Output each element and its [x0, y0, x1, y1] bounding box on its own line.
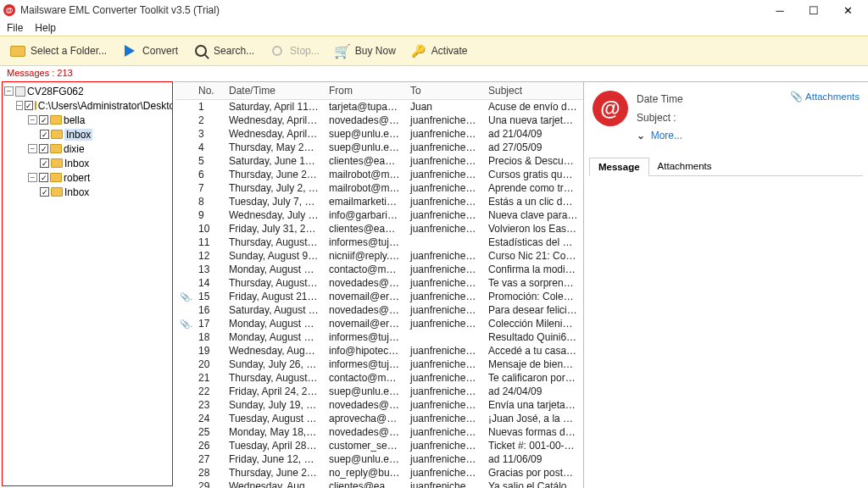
cell-attachment [175, 344, 193, 358]
cell-subject: Ticket #: 001-00-0080 [483, 439, 583, 452]
collapse-icon[interactable]: − [28, 115, 37, 125]
cell-from: clientes@easy.c... [324, 222, 405, 236]
table-row[interactable]: 3Wednesday, April 22, ...suep@unlu.edu.a… [175, 127, 583, 141]
cell-datetime: Saturday, June 13, 20... [224, 154, 324, 168]
table-row[interactable]: 22Friday, April 24, 2009...suep@unlu.edu… [175, 385, 583, 398]
cell-to [405, 236, 483, 249]
table-row[interactable]: 11Thursday, August 6, 2...informes@tujug… [175, 236, 583, 249]
tab-attachments[interactable]: Attachments [649, 158, 721, 175]
checkbox[interactable] [39, 173, 48, 182]
table-row[interactable]: 5Saturday, June 13, 20...clientes@easy.c… [175, 154, 583, 168]
buy-label: Buy Now [355, 45, 396, 57]
cell-from: no_reply@bume... [324, 466, 405, 480]
table-row[interactable]: 2Wednesday, April 15, ...novedades@car..… [175, 114, 583, 127]
window-title: Mailsware EML Converter Toolkit v3.5 (Tr… [20, 4, 763, 16]
table-row[interactable]: 27Friday, June 12, 2009...suep@unlu.edu.… [175, 452, 583, 466]
col-datetime[interactable]: Date/Time [224, 82, 324, 100]
preview-meta: Date Time Subject : ⌄ More... [637, 91, 782, 146]
tree-path[interactable]: − C:\Users\Administrator\Desktop\ [4, 98, 170, 113]
cell-attachment: 📎 [175, 317, 193, 330]
table-row[interactable]: 21Thursday, August 27, ...contacto@merca… [175, 371, 583, 385]
table-row[interactable]: 1Saturday, April 11, 20...tarjeta@tupara… [175, 100, 583, 114]
checkbox[interactable] [25, 101, 33, 110]
checkbox[interactable] [39, 144, 48, 153]
tree-folder-robert[interactable]: − robert [4, 170, 170, 185]
table-row[interactable]: 7Thursday, July 2, 200...mailrobot@mail.… [175, 181, 583, 195]
table-row[interactable]: 26Tuesday, April 28, 20...customer_servi… [175, 439, 583, 452]
tree-folder-dixie[interactable]: − dixie [4, 141, 170, 156]
activate-button[interactable]: 🔑 Activate [408, 42, 471, 60]
cell-to: juanfreniche@g... [405, 141, 483, 154]
cell-no: 16 [193, 303, 224, 317]
cell-to: juanfreniche@g... [405, 127, 483, 141]
search-button[interactable]: Search... [190, 42, 258, 60]
close-button[interactable]: ✕ [831, 1, 865, 19]
table-row[interactable]: 24Tuesday, August 25, ...aprovecha@mer..… [175, 412, 583, 425]
col-no[interactable]: No. [193, 82, 224, 100]
tree-root[interactable]: − CV28FG062 [4, 84, 170, 98]
cell-to: juanfreniche@g... [405, 114, 483, 127]
table-row[interactable]: 18Monday, August 31, 2...informes@tujug.… [175, 330, 583, 344]
convert-button[interactable]: Convert [119, 42, 181, 60]
table-row[interactable]: 19Wednesday, August 2...info@hipotecario… [175, 344, 583, 358]
table-row[interactable]: 10Friday, July 31, 2009 ...clientes@easy… [175, 222, 583, 236]
table-row[interactable]: 📎17Monday, August 24, 2...novemail@errep… [175, 317, 583, 330]
cell-datetime: Friday, August 21, 20... [224, 290, 324, 303]
table-row[interactable]: 20Sunday, July 26, 2009...informes@tujug… [175, 358, 583, 371]
cell-datetime: Monday, August 10, 2... [224, 263, 324, 276]
table-row[interactable]: 6Thursday, June 25, 2...mailrobot@mail..… [175, 168, 583, 181]
activate-label: Activate [431, 45, 468, 57]
table-row[interactable]: 8Tuesday, July 7, 2009...emailmarketing.… [175, 195, 583, 208]
more-link[interactable]: More... [651, 130, 682, 141]
table-row[interactable]: 16Saturday, August 22, ...novedades@car.… [175, 303, 583, 317]
collapse-icon[interactable]: − [4, 86, 14, 96]
checkbox[interactable] [40, 187, 49, 197]
maximize-button[interactable]: ☐ [797, 1, 831, 19]
cell-from: informes@tujug... [324, 358, 405, 371]
table-row[interactable]: 23Sunday, July 19, 2009...novedades@car.… [175, 398, 583, 412]
table-row[interactable]: 29Wednesday, August 5...clientes@easy.c.… [175, 480, 583, 488]
tree-inbox-bella[interactable]: Inbox [4, 127, 170, 141]
cell-datetime: Monday, August 31, 2... [224, 330, 324, 344]
cell-from: aprovecha@mer... [324, 412, 405, 425]
table-row[interactable]: 4Thursday, May 28, 20...suep@unlu.edu.ar… [175, 141, 583, 154]
minimize-button[interactable]: ─ [763, 1, 797, 19]
checkbox[interactable] [40, 130, 49, 139]
chevron-down-icon[interactable]: ⌄ [637, 130, 645, 141]
cell-subject: Estás a un clic de ser [483, 195, 583, 208]
search-label: Search... [214, 45, 254, 57]
cell-datetime: Thursday, June 25, 2... [224, 466, 324, 480]
attachments-link[interactable]: 📎 Attachments [790, 91, 860, 103]
collapse-icon[interactable]: − [16, 101, 23, 110]
cell-subject: Te vas a sorprender! [483, 276, 583, 290]
col-from[interactable]: From [324, 82, 405, 100]
table-row[interactable]: 9Wednesday, July 22, ...info@garbarino..… [175, 208, 583, 222]
menu-file[interactable]: File [7, 22, 23, 34]
tab-message[interactable]: Message [589, 158, 649, 176]
cell-attachment [175, 168, 193, 181]
cell-attachment [175, 114, 193, 127]
select-folder-button[interactable]: Select a Folder... [7, 42, 110, 60]
table-row[interactable]: 13Monday, August 10, 2...contacto@merca.… [175, 263, 583, 276]
col-to[interactable]: To [405, 82, 483, 100]
checkbox[interactable] [39, 115, 48, 125]
menubar: File Help [0, 20, 868, 36]
cell-from: nicniif@reply.mb... [324, 249, 405, 263]
tree-inbox-robert[interactable]: Inbox [4, 185, 170, 199]
table-row[interactable]: 28Thursday, June 25, 2...no_reply@bume..… [175, 466, 583, 480]
menu-help[interactable]: Help [35, 22, 56, 34]
tree-inbox-dixie[interactable]: Inbox [4, 156, 170, 170]
col-subject[interactable]: Subject [483, 82, 583, 100]
table-row[interactable]: 📎15Friday, August 21, 20...novemail@erre… [175, 290, 583, 303]
checkbox[interactable] [40, 158, 49, 168]
table-row[interactable]: 12Sunday, August 9, 20...nicniif@reply.m… [175, 249, 583, 263]
table-row[interactable]: 14Thursday, August 13, ...novedades@car.… [175, 276, 583, 290]
buy-now-button[interactable]: 🛒 Buy Now [331, 42, 399, 60]
tree-folder-bella[interactable]: − bella [4, 113, 170, 127]
table-row[interactable]: 25Monday, May 18, 200...novedades@car...… [175, 425, 583, 439]
cell-to: Juan [405, 100, 483, 114]
cell-no: 13 [193, 263, 224, 276]
collapse-icon[interactable]: − [28, 173, 37, 182]
col-attachment[interactable] [175, 82, 193, 100]
collapse-icon[interactable]: − [28, 144, 37, 153]
